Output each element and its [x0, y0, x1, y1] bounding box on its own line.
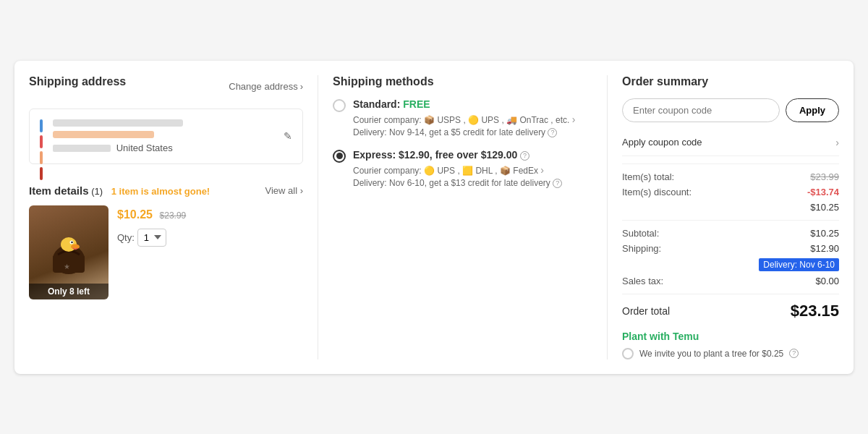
address-indicator	[40, 119, 43, 180]
standard-info-icon[interactable]: ?	[548, 128, 557, 137]
discounted-row: $10.25	[622, 202, 839, 213]
product-price-row: $10.25 $23.99	[117, 208, 303, 221]
express-courier: Courier company: 🟡 UPS , 🟨 DHL , 📦 FedEx…	[353, 163, 562, 178]
shipping-label: Shipping:	[622, 243, 661, 254]
redacted-inline	[53, 145, 111, 152]
redacted-name	[53, 119, 183, 127]
items-discount-value: -$13.74	[807, 187, 839, 197]
item-details-title: Item details	[29, 184, 89, 197]
shipping-address-title: Shipping address	[29, 75, 126, 88]
shipping-value: $12.90	[810, 243, 839, 254]
only-left-badge: Only 8 left	[29, 284, 109, 299]
shipping-option-express: Express: $12.90, free over $129.00 ? Cou…	[333, 149, 592, 188]
plant-section: Plant with Temu We invite you to plant a…	[622, 331, 839, 359]
delivery-date-badge: Delivery: Nov 6-10	[759, 258, 839, 271]
product-price: $10.25	[117, 208, 153, 221]
delivery-date-row: Delivery: Nov 6-10	[622, 258, 839, 271]
sales-tax-label: Sales tax:	[622, 276, 663, 286]
dot-blue	[40, 119, 43, 132]
apply-button[interactable]: Apply	[786, 98, 839, 122]
dot-orange	[40, 151, 43, 164]
product-card: ★ Only 8 left $10.25 $23.99 Qty: 1 2 3	[29, 205, 303, 299]
standard-free: FREE	[403, 98, 430, 110]
svg-point-5	[71, 241, 72, 242]
express-delivery: Delivery: Nov 6-10, get a $13 credit for…	[353, 178, 562, 188]
plant-radio[interactable]	[622, 348, 634, 359]
right-column: Order summary Apply Apply coupon code › …	[608, 75, 839, 359]
address-card: United States ✎	[29, 109, 303, 164]
order-total-value: $23.15	[791, 302, 839, 320]
change-address-text: Change address	[229, 81, 297, 92]
shipping-option-standard: Standard: FREE Courier company: 📦 USPS ,…	[333, 98, 592, 137]
items-total-label: Item(s) total:	[622, 171, 674, 182]
item-count: (1)	[91, 186, 103, 197]
shipping-row: Shipping: $12.90	[622, 243, 839, 254]
express-label-row: Express: $12.90, free over $129.00 ?	[353, 149, 562, 161]
almost-gone-text: 1 item is almost gone!	[111, 186, 210, 197]
plant-title: Plant with Temu	[622, 331, 839, 342]
dot-red2	[40, 167, 43, 180]
standard-label: Standard: FREE	[353, 98, 575, 110]
svg-text:★: ★	[64, 263, 70, 271]
redacted-address	[53, 131, 154, 138]
standard-delivery: Delivery: Nov 9-14, get a $5 credit for …	[353, 127, 575, 137]
express-delivery-info-icon[interactable]: ?	[553, 179, 562, 188]
product-price-original: $23.99	[160, 210, 187, 221]
country-text: United States	[116, 142, 173, 153]
page-container: Shipping address Change address › United…	[14, 61, 854, 374]
shipping-methods-title: Shipping methods	[333, 75, 592, 88]
express-label: Express: $12.90, free over $129.00	[353, 149, 517, 161]
divider-2	[622, 220, 839, 221]
apply-coupon-text: Apply coupon code	[622, 137, 702, 148]
subtotal-row: Subtotal: $10.25	[622, 228, 839, 239]
change-address-chevron: ›	[300, 81, 303, 92]
radio-express-inner	[336, 153, 343, 159]
edit-icon[interactable]: ✎	[284, 130, 292, 142]
duck-graphic: ★	[47, 227, 90, 278]
apply-coupon-row[interactable]: Apply coupon code ›	[622, 129, 839, 156]
svg-point-3	[71, 244, 80, 249]
country-line: United States	[53, 142, 292, 153]
middle-column: Shipping methods Standard: FREE Courier …	[318, 75, 608, 359]
divider-1	[622, 163, 839, 164]
discounted-value: $10.25	[810, 202, 839, 213]
view-all-link[interactable]: View all ›	[265, 185, 303, 196]
items-discount-label: Item(s) discount:	[622, 187, 692, 197]
radio-express[interactable]	[333, 150, 346, 163]
plant-text: We invite you to plant a tree for $0.25	[639, 349, 783, 359]
apply-coupon-chevron: ›	[835, 137, 839, 148]
order-summary-title: Order summary	[622, 75, 839, 88]
standard-courier: Courier company: 📦 USPS , 🟡 UPS , 🚚 OnTr…	[353, 112, 575, 127]
coupon-row: Apply	[622, 98, 839, 122]
subtotal-value: $10.25	[810, 228, 839, 239]
item-details-header: Item details (1) 1 item is almost gone! …	[29, 184, 303, 197]
item-details-title-group: Item details (1) 1 item is almost gone!	[29, 184, 210, 197]
qty-label: Qty:	[117, 232, 135, 243]
plant-info-icon[interactable]: ?	[789, 349, 799, 358]
order-total-row: Order total $23.15	[622, 294, 839, 320]
order-total-label: Order total	[622, 305, 670, 317]
sales-tax-value: $0.00	[815, 276, 839, 286]
dot-red1	[40, 135, 43, 148]
subtotal-label: Subtotal:	[622, 228, 659, 239]
sales-tax-row: Sales tax: $0.00	[622, 276, 839, 286]
items-total-row: Item(s) total: $23.99	[622, 171, 839, 182]
address-header: Shipping address Change address ›	[29, 75, 303, 98]
left-column: Shipping address Change address › United…	[29, 75, 318, 359]
qty-selector: Qty: 1 2 3	[117, 229, 303, 247]
coupon-input[interactable]	[622, 98, 780, 122]
product-info: $10.25 $23.99 Qty: 1 2 3	[117, 205, 303, 299]
plant-row: We invite you to plant a tree for $0.25 …	[622, 348, 839, 359]
items-discount-row: Item(s) discount: -$13.74	[622, 187, 839, 197]
qty-select[interactable]: 1 2 3	[137, 229, 166, 247]
express-info-icon[interactable]: ?	[520, 151, 529, 161]
product-image: ★ Only 8 left	[29, 205, 109, 299]
items-total-value: $23.99	[810, 171, 839, 182]
change-address-link[interactable]: Change address ›	[229, 81, 303, 92]
address-content: United States	[40, 119, 292, 153]
radio-standard[interactable]	[333, 99, 346, 112]
